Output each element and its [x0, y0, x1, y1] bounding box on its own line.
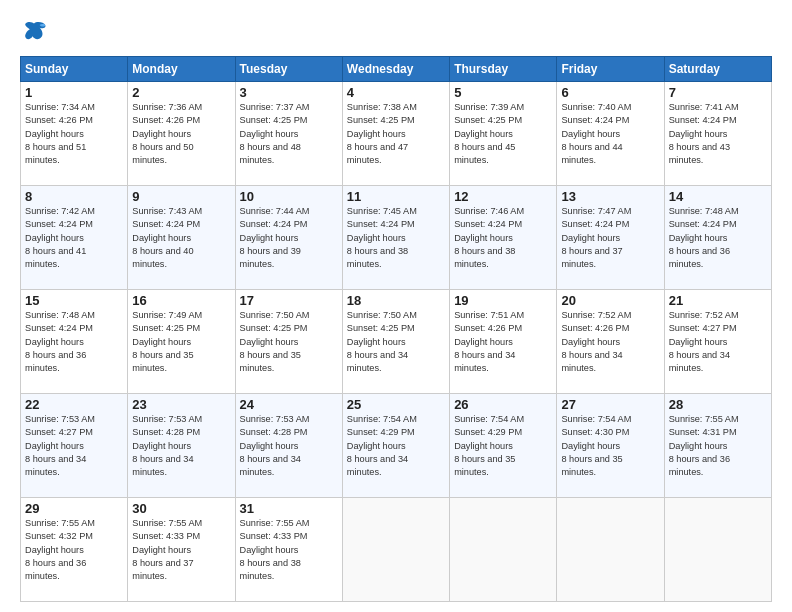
table-row: 12 Sunrise: 7:46 AM Sunset: 4:24 PM Dayl… [450, 186, 557, 290]
day-number: 13 [561, 189, 659, 204]
day-info: Sunrise: 7:49 AM Sunset: 4:25 PM Dayligh… [132, 309, 230, 376]
day-number: 7 [669, 85, 767, 100]
day-info: Sunrise: 7:55 AM Sunset: 4:31 PM Dayligh… [669, 413, 767, 480]
table-row: 9 Sunrise: 7:43 AM Sunset: 4:24 PM Dayli… [128, 186, 235, 290]
day-number: 10 [240, 189, 338, 204]
day-info: Sunrise: 7:53 AM Sunset: 4:28 PM Dayligh… [240, 413, 338, 480]
day-number: 2 [132, 85, 230, 100]
day-number: 5 [454, 85, 552, 100]
day-number: 26 [454, 397, 552, 412]
table-row: 14 Sunrise: 7:48 AM Sunset: 4:24 PM Dayl… [664, 186, 771, 290]
day-info: Sunrise: 7:47 AM Sunset: 4:24 PM Dayligh… [561, 205, 659, 272]
day-info: Sunrise: 7:54 AM Sunset: 4:30 PM Dayligh… [561, 413, 659, 480]
day-info: Sunrise: 7:45 AM Sunset: 4:24 PM Dayligh… [347, 205, 445, 272]
day-info: Sunrise: 7:41 AM Sunset: 4:24 PM Dayligh… [669, 101, 767, 168]
day-info: Sunrise: 7:44 AM Sunset: 4:24 PM Dayligh… [240, 205, 338, 272]
day-number: 19 [454, 293, 552, 308]
table-row: 4 Sunrise: 7:38 AM Sunset: 4:25 PM Dayli… [342, 82, 449, 186]
table-row: 15 Sunrise: 7:48 AM Sunset: 4:24 PM Dayl… [21, 290, 128, 394]
logo-bird-icon [20, 18, 48, 46]
table-row: 8 Sunrise: 7:42 AM Sunset: 4:24 PM Dayli… [21, 186, 128, 290]
col-header-thursday: Thursday [450, 57, 557, 82]
page: SundayMondayTuesdayWednesdayThursdayFrid… [0, 0, 792, 612]
day-number: 3 [240, 85, 338, 100]
table-row: 25 Sunrise: 7:54 AM Sunset: 4:29 PM Dayl… [342, 394, 449, 498]
col-header-friday: Friday [557, 57, 664, 82]
header [20, 18, 772, 46]
table-row: 22 Sunrise: 7:53 AM Sunset: 4:27 PM Dayl… [21, 394, 128, 498]
table-row: 5 Sunrise: 7:39 AM Sunset: 4:25 PM Dayli… [450, 82, 557, 186]
day-info: Sunrise: 7:50 AM Sunset: 4:25 PM Dayligh… [240, 309, 338, 376]
day-number: 4 [347, 85, 445, 100]
table-row: 24 Sunrise: 7:53 AM Sunset: 4:28 PM Dayl… [235, 394, 342, 498]
table-row: 7 Sunrise: 7:41 AM Sunset: 4:24 PM Dayli… [664, 82, 771, 186]
day-info: Sunrise: 7:54 AM Sunset: 4:29 PM Dayligh… [347, 413, 445, 480]
day-info: Sunrise: 7:52 AM Sunset: 4:26 PM Dayligh… [561, 309, 659, 376]
day-info: Sunrise: 7:40 AM Sunset: 4:24 PM Dayligh… [561, 101, 659, 168]
logo [20, 18, 52, 46]
table-row: 10 Sunrise: 7:44 AM Sunset: 4:24 PM Dayl… [235, 186, 342, 290]
day-number: 31 [240, 501, 338, 516]
day-number: 9 [132, 189, 230, 204]
col-header-monday: Monday [128, 57, 235, 82]
col-header-sunday: Sunday [21, 57, 128, 82]
table-row [450, 498, 557, 602]
day-number: 21 [669, 293, 767, 308]
day-number: 17 [240, 293, 338, 308]
day-info: Sunrise: 7:52 AM Sunset: 4:27 PM Dayligh… [669, 309, 767, 376]
day-info: Sunrise: 7:51 AM Sunset: 4:26 PM Dayligh… [454, 309, 552, 376]
day-number: 12 [454, 189, 552, 204]
day-number: 20 [561, 293, 659, 308]
day-number: 6 [561, 85, 659, 100]
table-row: 30 Sunrise: 7:55 AM Sunset: 4:33 PM Dayl… [128, 498, 235, 602]
day-info: Sunrise: 7:37 AM Sunset: 4:25 PM Dayligh… [240, 101, 338, 168]
day-info: Sunrise: 7:34 AM Sunset: 4:26 PM Dayligh… [25, 101, 123, 168]
table-row: 18 Sunrise: 7:50 AM Sunset: 4:25 PM Dayl… [342, 290, 449, 394]
table-row: 26 Sunrise: 7:54 AM Sunset: 4:29 PM Dayl… [450, 394, 557, 498]
calendar-table: SundayMondayTuesdayWednesdayThursdayFrid… [20, 56, 772, 602]
table-row: 17 Sunrise: 7:50 AM Sunset: 4:25 PM Dayl… [235, 290, 342, 394]
day-number: 28 [669, 397, 767, 412]
table-row: 21 Sunrise: 7:52 AM Sunset: 4:27 PM Dayl… [664, 290, 771, 394]
day-number: 30 [132, 501, 230, 516]
day-info: Sunrise: 7:48 AM Sunset: 4:24 PM Dayligh… [669, 205, 767, 272]
table-row: 3 Sunrise: 7:37 AM Sunset: 4:25 PM Dayli… [235, 82, 342, 186]
day-info: Sunrise: 7:50 AM Sunset: 4:25 PM Dayligh… [347, 309, 445, 376]
day-number: 15 [25, 293, 123, 308]
day-number: 18 [347, 293, 445, 308]
day-number: 8 [25, 189, 123, 204]
day-number: 29 [25, 501, 123, 516]
day-number: 23 [132, 397, 230, 412]
day-info: Sunrise: 7:55 AM Sunset: 4:33 PM Dayligh… [240, 517, 338, 584]
table-row: 13 Sunrise: 7:47 AM Sunset: 4:24 PM Dayl… [557, 186, 664, 290]
table-row: 31 Sunrise: 7:55 AM Sunset: 4:33 PM Dayl… [235, 498, 342, 602]
day-number: 11 [347, 189, 445, 204]
day-info: Sunrise: 7:53 AM Sunset: 4:27 PM Dayligh… [25, 413, 123, 480]
col-header-tuesday: Tuesday [235, 57, 342, 82]
table-row: 20 Sunrise: 7:52 AM Sunset: 4:26 PM Dayl… [557, 290, 664, 394]
day-info: Sunrise: 7:55 AM Sunset: 4:33 PM Dayligh… [132, 517, 230, 584]
table-row [557, 498, 664, 602]
day-info: Sunrise: 7:43 AM Sunset: 4:24 PM Dayligh… [132, 205, 230, 272]
table-row: 23 Sunrise: 7:53 AM Sunset: 4:28 PM Dayl… [128, 394, 235, 498]
table-row: 27 Sunrise: 7:54 AM Sunset: 4:30 PM Dayl… [557, 394, 664, 498]
day-number: 16 [132, 293, 230, 308]
day-info: Sunrise: 7:53 AM Sunset: 4:28 PM Dayligh… [132, 413, 230, 480]
day-info: Sunrise: 7:55 AM Sunset: 4:32 PM Dayligh… [25, 517, 123, 584]
day-number: 27 [561, 397, 659, 412]
table-row: 11 Sunrise: 7:45 AM Sunset: 4:24 PM Dayl… [342, 186, 449, 290]
day-number: 1 [25, 85, 123, 100]
day-info: Sunrise: 7:38 AM Sunset: 4:25 PM Dayligh… [347, 101, 445, 168]
day-number: 24 [240, 397, 338, 412]
day-info: Sunrise: 7:46 AM Sunset: 4:24 PM Dayligh… [454, 205, 552, 272]
table-row: 29 Sunrise: 7:55 AM Sunset: 4:32 PM Dayl… [21, 498, 128, 602]
table-row: 6 Sunrise: 7:40 AM Sunset: 4:24 PM Dayli… [557, 82, 664, 186]
day-number: 25 [347, 397, 445, 412]
table-row: 16 Sunrise: 7:49 AM Sunset: 4:25 PM Dayl… [128, 290, 235, 394]
col-header-wednesday: Wednesday [342, 57, 449, 82]
table-row [664, 498, 771, 602]
table-row [342, 498, 449, 602]
day-number: 14 [669, 189, 767, 204]
day-number: 22 [25, 397, 123, 412]
col-header-saturday: Saturday [664, 57, 771, 82]
